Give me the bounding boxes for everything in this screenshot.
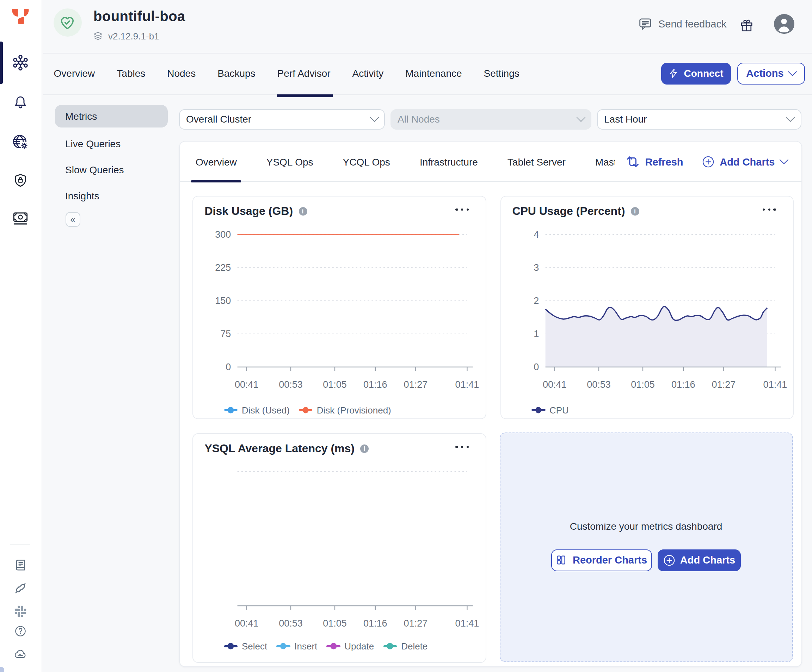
svg-text:01:16: 01:16: [363, 618, 387, 629]
svg-text:00:53: 00:53: [279, 379, 303, 390]
svg-text:01:05: 01:05: [323, 379, 347, 390]
svg-text:00:53: 00:53: [587, 379, 611, 390]
svg-text:00:41: 00:41: [235, 379, 259, 390]
svg-text:01:41: 01:41: [455, 618, 479, 629]
svg-text:150: 150: [215, 296, 231, 306]
svg-text:01:05: 01:05: [323, 618, 347, 629]
svg-text:3: 3: [533, 262, 539, 273]
svg-text:75: 75: [220, 328, 231, 339]
svg-text:01:27: 01:27: [404, 618, 428, 629]
svg-text:1: 1: [533, 328, 539, 339]
svg-text:00:41: 00:41: [542, 379, 566, 390]
svg-text:225: 225: [215, 262, 231, 273]
svg-text:0: 0: [225, 362, 231, 372]
svg-text:01:16: 01:16: [671, 379, 695, 390]
svg-text:2: 2: [533, 296, 539, 306]
svg-text:01:27: 01:27: [711, 379, 735, 390]
svg-text:0: 0: [533, 362, 539, 372]
svg-text:01:41: 01:41: [763, 379, 787, 390]
svg-text:00:53: 00:53: [279, 618, 303, 629]
svg-text:4: 4: [533, 229, 539, 240]
svg-text:01:05: 01:05: [631, 379, 655, 390]
svg-text:300: 300: [215, 229, 231, 240]
svg-text:01:16: 01:16: [363, 379, 387, 390]
svg-text:01:27: 01:27: [404, 379, 428, 390]
svg-text:00:41: 00:41: [235, 618, 259, 629]
svg-text:01:41: 01:41: [455, 379, 479, 390]
